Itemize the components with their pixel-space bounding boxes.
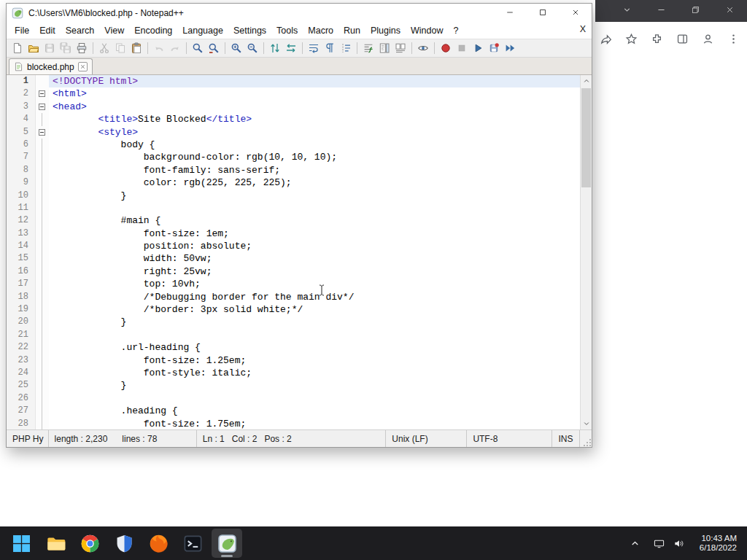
menu-item-language[interactable]: Language xyxy=(177,24,228,37)
browser-close-button[interactable] xyxy=(713,0,747,22)
menu-item-search[interactable]: Search xyxy=(61,24,100,37)
code-line-3[interactable]: 3<head> xyxy=(7,101,580,113)
line-number[interactable]: 21 xyxy=(7,329,36,341)
window-maximize-button[interactable] xyxy=(526,4,559,23)
menu-item-settings[interactable]: Settings xyxy=(228,24,271,37)
editor[interactable]: 1<!DOCTYPE html>2<html>3<head>4 <title>S… xyxy=(7,75,592,429)
tray-chevron-up-icon[interactable] xyxy=(627,532,643,554)
tab-close-icon[interactable] xyxy=(78,62,88,71)
line-number[interactable]: 14 xyxy=(7,240,36,252)
menu-item-view[interactable]: View xyxy=(99,24,129,37)
menu-item-help[interactable]: ? xyxy=(448,24,463,37)
scroll-up-icon[interactable] xyxy=(581,75,592,87)
line-number[interactable]: 5 xyxy=(7,126,36,139)
line-number[interactable]: 28 xyxy=(7,418,36,429)
save-all-button[interactable] xyxy=(58,40,74,56)
code-line-14[interactable]: 14 position: absolute; xyxy=(7,240,580,252)
menu-item-macro[interactable]: Macro xyxy=(303,24,338,37)
browser-share-button[interactable] xyxy=(596,29,615,48)
browser-more-options-button[interactable] xyxy=(724,29,743,48)
browser-extensions-puzzle-button[interactable] xyxy=(647,29,666,48)
redo-button[interactable] xyxy=(167,40,183,56)
scrollbar-thumb[interactable] xyxy=(581,88,591,187)
line-number[interactable]: 8 xyxy=(7,164,36,176)
show-all-characters-button[interactable] xyxy=(322,40,338,56)
sync-vertical-button[interactable] xyxy=(267,40,283,56)
code-line-27[interactable]: 27 .heading { xyxy=(7,405,580,417)
code-line-12[interactable]: 12 #main { xyxy=(7,214,580,227)
code-line-18[interactable]: 18 /*Debugging border for the main div*/ xyxy=(7,291,580,303)
code-line-24[interactable]: 24 font-style: italic; xyxy=(7,367,580,379)
fold-collapse-icon[interactable] xyxy=(39,104,45,110)
line-number[interactable]: 20 xyxy=(7,316,36,328)
replace-button[interactable] xyxy=(206,40,222,56)
zoom-in-button[interactable] xyxy=(228,40,244,56)
code-line-20[interactable]: 20 } xyxy=(7,316,580,328)
code-line-19[interactable]: 19 /*border: 3px solid white;*/ xyxy=(7,303,580,316)
status-typing-mode[interactable]: INS xyxy=(552,430,580,447)
document-map-button[interactable] xyxy=(376,40,392,56)
code-line-16[interactable]: 16 right: 25vw; xyxy=(7,265,580,278)
resize-grip-icon[interactable] xyxy=(580,430,592,447)
browser-favorites-star-button[interactable] xyxy=(622,29,640,48)
vertical-scrollbar[interactable] xyxy=(580,75,592,429)
function-list-button[interactable] xyxy=(360,40,376,56)
taskbar-chrome-button[interactable] xyxy=(74,529,105,558)
code-line-25[interactable]: 25 } xyxy=(7,379,580,392)
line-number[interactable]: 6 xyxy=(7,139,36,151)
code-line-9[interactable]: 9 color: rgb(225, 225, 225); xyxy=(7,176,580,189)
zoom-out-button[interactable] xyxy=(244,40,260,56)
line-number[interactable]: 13 xyxy=(7,228,36,240)
taskbar-terminal-button[interactable] xyxy=(177,529,208,558)
line-number[interactable]: 27 xyxy=(7,405,36,417)
line-number[interactable]: 19 xyxy=(7,303,36,316)
browser-profile-button[interactable] xyxy=(698,29,717,48)
line-number[interactable]: 23 xyxy=(7,354,36,367)
code-line-5[interactable]: 5 <style> xyxy=(7,126,580,139)
code-line-28[interactable]: 28 font-size: 1.75em; xyxy=(7,418,580,429)
scroll-down-icon[interactable] xyxy=(581,418,592,429)
save-button[interactable] xyxy=(42,40,58,56)
tab-blocked-php[interactable]: blocked.php xyxy=(9,58,93,74)
code-line-6[interactable]: 6 body { xyxy=(7,139,580,151)
browser-dropdown-button[interactable] xyxy=(610,0,644,22)
line-number[interactable]: 26 xyxy=(7,392,36,405)
code-line-11[interactable]: 11 xyxy=(7,202,580,214)
stop-macro-button[interactable] xyxy=(454,40,470,56)
code-line-4[interactable]: 4 <title>Site Blocked</title> xyxy=(7,113,580,125)
taskbar-notepad-plus-plus-button[interactable] xyxy=(212,529,242,558)
menu-item-encoding[interactable]: Encoding xyxy=(129,24,177,37)
new-file-button[interactable] xyxy=(9,40,26,56)
fold-collapse-icon[interactable] xyxy=(39,129,45,136)
monitoring-button[interactable] xyxy=(415,40,431,56)
menu-item-plugins[interactable]: Plugins xyxy=(365,24,406,37)
taskbar-security-shield-button[interactable] xyxy=(109,529,139,558)
code-line-8[interactable]: 8 font-family: sans-serif; xyxy=(7,164,580,176)
code-line-21[interactable]: 21 xyxy=(7,329,580,341)
window-minimize-button[interactable] xyxy=(493,4,526,23)
line-number[interactable]: 11 xyxy=(7,202,36,214)
line-number[interactable]: 9 xyxy=(7,176,36,189)
line-number[interactable]: 1 xyxy=(7,75,36,88)
line-number[interactable]: 16 xyxy=(7,265,36,278)
menu-item-edit[interactable]: Edit xyxy=(34,24,61,37)
line-number[interactable]: 12 xyxy=(7,214,36,227)
line-number[interactable]: 24 xyxy=(7,367,36,379)
record-macro-button[interactable] xyxy=(438,40,454,56)
menu-item-tools[interactable]: Tools xyxy=(271,24,303,37)
cut-button[interactable] xyxy=(96,40,112,56)
menu-item-file[interactable]: File xyxy=(9,24,34,37)
scrollbar-track[interactable] xyxy=(581,87,592,418)
run-macro-button[interactable] xyxy=(502,40,518,56)
menubar-close-button[interactable]: X xyxy=(580,24,586,34)
taskbar-start-button[interactable] xyxy=(6,529,36,558)
tray-icon-group[interactable] xyxy=(648,529,691,557)
window-close-button[interactable] xyxy=(559,4,592,23)
code-line-22[interactable]: 22 .url-heading { xyxy=(7,341,580,354)
find-button[interactable] xyxy=(190,40,206,56)
open-file-button[interactable] xyxy=(26,40,42,56)
line-number[interactable]: 2 xyxy=(7,88,36,100)
line-number[interactable]: 25 xyxy=(7,379,36,392)
menu-item-window[interactable]: Window xyxy=(406,24,448,37)
taskbar-firefox-button[interactable] xyxy=(143,529,174,558)
